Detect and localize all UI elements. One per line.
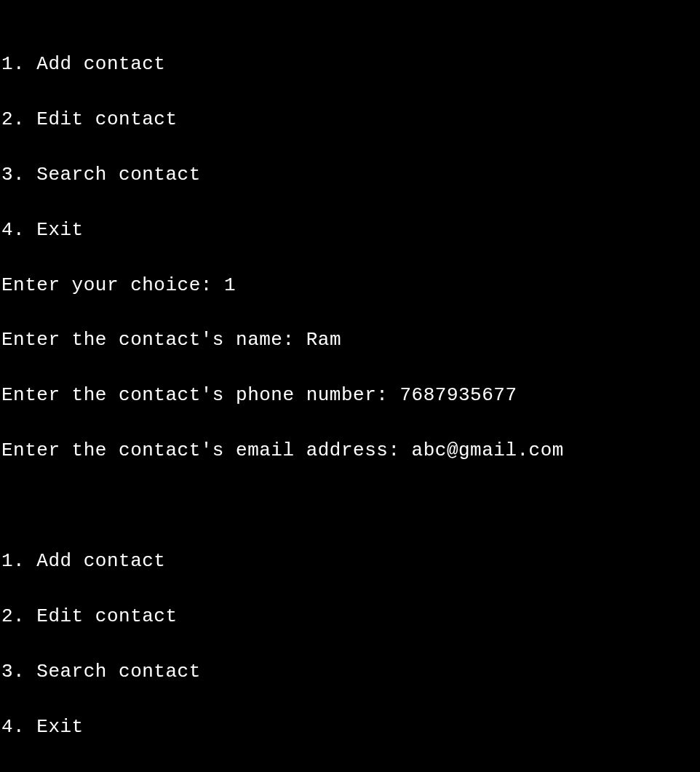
- input-name-1: Ram: [306, 329, 341, 351]
- menu-item-4: 4. Exit: [1, 714, 700, 741]
- terminal-output: 1. Add contact 2. Edit contact 3. Search…: [0, 0, 700, 772]
- prompt-phone-label: Enter the contact's phone number:: [1, 384, 400, 406]
- menu-item-4: 4. Exit: [1, 217, 700, 244]
- menu-item-2: 2. Edit contact: [1, 603, 700, 631]
- menu-item-1: 1. Add contact: [1, 51, 700, 79]
- prompt-choice-1: Enter your choice: 1: [1, 272, 700, 300]
- menu-item-3: 3. Search contact: [1, 162, 700, 189]
- menu-item-2: 2. Edit contact: [1, 106, 700, 134]
- prompt-email-label: Enter the contact's email address:: [1, 439, 412, 461]
- input-choice-1: 1: [224, 274, 236, 296]
- prompt-name-1: Enter the contact's name: Ram: [1, 327, 700, 354]
- prompt-name-label: Enter the contact's name:: [1, 329, 306, 351]
- blank-line: [1, 493, 700, 520]
- input-email-1: abc@gmail.com: [412, 439, 564, 461]
- input-phone-1: 7687935677: [400, 384, 517, 406]
- menu-item-3: 3. Search contact: [1, 658, 700, 686]
- prompt-choice-2: Enter your choice: 1: [1, 769, 700, 772]
- prompt-phone-1: Enter the contact's phone number: 768793…: [1, 382, 700, 410]
- prompt-choice-label: Enter your choice:: [1, 274, 224, 296]
- menu-item-1: 1. Add contact: [1, 548, 700, 576]
- prompt-email-1: Enter the contact's email address: abc@g…: [1, 437, 700, 465]
